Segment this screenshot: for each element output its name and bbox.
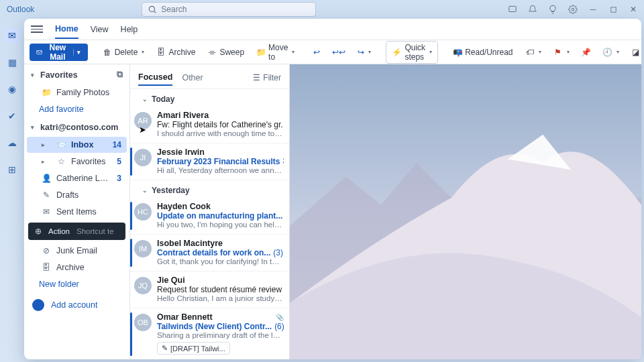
- mail-icon: [36, 48, 42, 57]
- message-item[interactable]: JIJessie IrwinFebruary 2023 Financial Re…: [130, 143, 289, 180]
- tag-button[interactable]: 🏷▾: [521, 46, 545, 59]
- message-item[interactable]: ARAmari RiveraFw: Flight details for Cat…: [130, 107, 289, 143]
- message-from: Isobel Macintyre: [157, 239, 284, 248]
- pin-button[interactable]: 📌: [578, 46, 595, 59]
- search-box[interactable]: Search: [142, 2, 316, 17]
- message-preview: Hi you two, I'm hoping you can help me: [157, 221, 284, 229]
- folder-move-icon: 📁: [256, 48, 266, 57]
- group-yesterday[interactable]: ⌄Yesterday: [130, 180, 289, 198]
- message-item[interactable]: OBOmar Bennett📎Tailwinds (New Client) Co…: [130, 308, 289, 359]
- draft-chip[interactable]: ✎[DRAFT] Tailwi...: [157, 342, 230, 355]
- svg-line-1: [154, 11, 156, 13]
- message-from: Hayden Cook: [157, 202, 284, 211]
- app-name: Outlook: [7, 5, 34, 14]
- archive-button[interactable]: 🗄Archive: [152, 46, 199, 59]
- close-icon[interactable]: ✕: [628, 4, 639, 15]
- filter-button[interactable]: ☰Filter: [253, 73, 281, 82]
- window-controls: ─ ✕: [507, 4, 639, 15]
- settings-icon[interactable]: [568, 4, 578, 15]
- message-time: 3:07 PM: [282, 157, 284, 166]
- delete-button[interactable]: 🗑Delete▾: [99, 46, 149, 59]
- main: ▾ Favorites ⧉ 📁Family Photos Add favorit…: [24, 64, 641, 359]
- lightbulb-icon[interactable]: [547, 4, 558, 15]
- rail-people-icon[interactable]: ◉: [5, 82, 19, 97]
- avatar-placeholder-icon: [32, 299, 44, 311]
- reply-all-button[interactable]: ↩↩: [328, 46, 350, 59]
- layout-icon[interactable]: ⧉: [117, 70, 123, 80]
- clock-icon: 🕘: [603, 48, 612, 57]
- folder-catherine[interactable]: 👤 Catherine Lanco... 3: [27, 170, 127, 186]
- add-account-link[interactable]: Add account: [24, 292, 129, 318]
- message-from: Omar Bennett: [157, 312, 276, 322]
- message-subject: Request for student résumé review: [157, 285, 282, 294]
- chevron-down-icon: ▾: [31, 72, 38, 78]
- message-preview: Sharing a preliminary draft of the lates…: [157, 331, 284, 339]
- category-button[interactable]: ◪▾: [627, 46, 641, 59]
- avatar: HC: [134, 203, 152, 221]
- folder-archive[interactable]: 🗄Archive: [27, 259, 127, 276]
- search-placeholder: Search: [161, 5, 186, 14]
- app-rail: ✉ ▦ ◉ ✔ ☁ ⊞: [0, 19, 24, 362]
- svg-rect-2: [509, 6, 517, 11]
- hamburger-icon[interactable]: [31, 25, 43, 33]
- minimize-icon[interactable]: ─: [588, 4, 598, 15]
- message-subject: Fw: Flight details for Catherine's gr...: [157, 120, 284, 129]
- avatar: IM: [134, 240, 152, 257]
- folder-inbox[interactable]: ▸ 📨 Inbox 14: [27, 137, 127, 153]
- move-to-button[interactable]: 📁Move to▾: [252, 41, 299, 64]
- svg-rect-4: [610, 7, 615, 11]
- tab-view[interactable]: View: [91, 21, 109, 38]
- message-from: Amari Rivera: [157, 111, 284, 120]
- folder-sent[interactable]: ✉Sent Items: [27, 204, 127, 220]
- tabs-bar: Home View Help: [24, 19, 641, 40]
- flag-button[interactable]: ⚑▾: [549, 46, 574, 59]
- account-header[interactable]: ▾ katri@contoso.com: [24, 117, 129, 136]
- chevron-down-icon: ⌄: [142, 96, 148, 103]
- rail-mail-icon[interactable]: ✉: [5, 28, 19, 43]
- message-preview: Hello Christian, I am a junior studying …: [157, 294, 284, 302]
- draft-icon: ✎: [42, 190, 51, 200]
- junk-icon: ⊘: [42, 246, 51, 255]
- message-item[interactable]: JQJie QuiRequest for student résumé revi…: [130, 272, 289, 308]
- notifications-icon[interactable]: [527, 4, 538, 15]
- maximize-icon[interactable]: [608, 4, 619, 15]
- avatar: JI: [134, 149, 152, 166]
- present-icon[interactable]: [507, 4, 518, 15]
- action-pill[interactable]: ⊕ Action Shortcut te: [28, 223, 125, 240]
- group-today[interactable]: ⌄Today: [130, 89, 289, 107]
- cursor-icon: ➤: [139, 125, 146, 135]
- new-mail-button[interactable]: New Mail ▾: [30, 44, 88, 61]
- avatar: OB: [134, 314, 152, 331]
- tab-focused[interactable]: Focused: [138, 70, 172, 86]
- favorites-header[interactable]: ▾ Favorites ⧉: [24, 64, 129, 84]
- message-item[interactable]: IMIsobel MacintyreContract details for w…: [130, 235, 289, 272]
- trash-icon: 🗑: [103, 48, 112, 57]
- sweep-button[interactable]: ⌯Sweep: [203, 46, 248, 59]
- message-item[interactable]: HCHayden CookUpdate on manufacturing pla…: [130, 198, 289, 235]
- snooze-button[interactable]: 🕘▾: [599, 46, 623, 59]
- svg-point-3: [572, 8, 574, 11]
- avatar: JQ: [134, 277, 152, 294]
- new-folder-link[interactable]: New folder: [24, 276, 129, 292]
- rail-more-icon[interactable]: ⊞: [5, 162, 19, 177]
- message-preview: Got it, thank you for clarifying! In tha…: [157, 257, 284, 265]
- tab-other[interactable]: Other: [182, 70, 203, 85]
- tab-help[interactable]: Help: [121, 21, 138, 38]
- rail-files-icon[interactable]: ☁: [5, 135, 19, 150]
- message-subject: February 2023 Financial Results: [157, 157, 280, 166]
- chevron-right-icon: ▸: [42, 141, 48, 148]
- quick-steps-button[interactable]: ⚡Quick steps▾: [386, 41, 438, 64]
- message-from: Jessie Irwin: [157, 147, 284, 157]
- folder-family-photos[interactable]: 📁Family Photos: [27, 84, 127, 101]
- rail-todo-icon[interactable]: ✔: [5, 109, 19, 123]
- read-unread-button[interactable]: 📭Read/Unread: [449, 46, 517, 59]
- folder-junk[interactable]: ⊘Junk Email: [27, 243, 127, 259]
- chevron-down-icon[interactable]: ▾: [73, 49, 81, 56]
- forward-button[interactable]: ↪▾: [354, 46, 375, 59]
- folder-favorites[interactable]: ▸ ☆ Favorites 5: [27, 154, 127, 170]
- reply-button[interactable]: ↩: [309, 46, 324, 59]
- folder-drafts[interactable]: ✎Drafts: [27, 187, 127, 203]
- tab-home[interactable]: Home: [55, 20, 78, 39]
- add-favorite-link[interactable]: Add favorite: [24, 101, 129, 117]
- rail-calendar-icon[interactable]: ▦: [5, 55, 19, 70]
